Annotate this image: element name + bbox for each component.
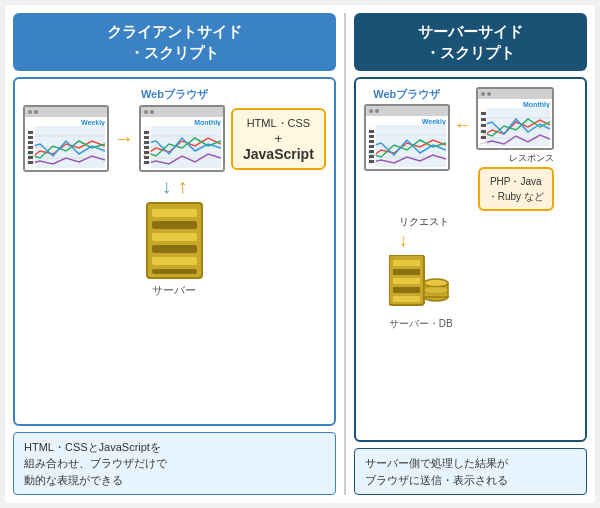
server-monthly-label: Monthly	[480, 101, 550, 108]
server-diagram: Webブラウザ Weekly	[364, 87, 577, 331]
browser-body-1: Weekly	[25, 117, 107, 170]
dot	[28, 110, 32, 114]
svg-rect-36	[369, 130, 374, 133]
svg-rect-58	[393, 296, 420, 302]
arrow-right-icon: →	[114, 127, 134, 150]
server-weekly-label: Weekly	[368, 118, 446, 125]
svg-point-62	[424, 286, 448, 294]
browser-body-2: Monthly	[141, 117, 223, 170]
plus-label: +	[243, 131, 314, 146]
server-icon	[142, 201, 207, 281]
client-inner: Webブラウザ Weekly	[23, 87, 326, 298]
browser-bar-1	[25, 107, 107, 117]
svg-rect-26	[152, 221, 197, 229]
client-note: HTML・CSSとJavaScriptを 組み合わせ、ブラウザだけで 動的な表現…	[13, 432, 336, 496]
dot	[150, 110, 154, 114]
monthly-label: Monthly	[143, 119, 221, 126]
client-content: Webブラウザ Weekly	[13, 77, 336, 426]
weekly-chart	[27, 126, 105, 168]
svg-rect-17	[144, 131, 149, 134]
dot	[144, 110, 148, 114]
browser-body-4: Monthly	[478, 99, 552, 148]
svg-rect-11	[28, 161, 33, 164]
svg-rect-37	[369, 135, 374, 138]
server-weekly-chart	[368, 125, 446, 167]
server-header: サーバーサイド ・スクリプト	[354, 13, 587, 71]
svg-rect-51	[481, 130, 486, 133]
browser-bar-4	[478, 89, 552, 99]
svg-rect-48	[481, 112, 486, 115]
html-css-label: HTML・CSS	[243, 116, 314, 131]
svg-rect-5	[28, 131, 33, 134]
server-note: サーバー側で処理した結果が ブラウザに送信・表示される	[354, 448, 587, 495]
dot	[34, 110, 38, 114]
arrow-down-orange-icon: ↓	[399, 230, 408, 251]
request-arrow-col: ←	[454, 115, 472, 136]
svg-rect-27	[152, 233, 197, 241]
divider	[344, 13, 346, 495]
server-right-col: Monthly	[476, 87, 554, 211]
arrows-container: ↓ ↑	[161, 175, 187, 198]
svg-rect-28	[152, 245, 197, 253]
svg-rect-18	[144, 136, 149, 139]
svg-rect-42	[369, 160, 374, 163]
svg-rect-19	[144, 141, 149, 144]
svg-rect-41	[369, 155, 374, 158]
server-db-label: サーバー・DB	[389, 317, 453, 331]
svg-rect-8	[28, 146, 33, 149]
server-note-text: サーバー側で処理した結果が ブラウザに送信・表示される	[365, 457, 508, 486]
svg-rect-23	[144, 161, 149, 164]
server-top-row: Webブラウザ Weekly	[364, 87, 577, 211]
monthly-browser: Monthly	[139, 105, 225, 172]
client-note-text: HTML・CSSとJavaScriptを 組み合わせ、ブラウザだけで 動的な表現…	[24, 441, 167, 486]
dot	[487, 92, 491, 96]
svg-rect-10	[28, 156, 33, 159]
server-weekly-browser: Weekly	[364, 104, 450, 171]
js-label: JavaScript	[243, 146, 314, 162]
svg-rect-22	[144, 156, 149, 159]
php-label: PHP・Java ・Ruby など	[488, 176, 544, 202]
server-panel: サーバーサイド ・スクリプト Webブラウザ	[354, 13, 587, 495]
request-label: リクエスト	[399, 215, 449, 229]
browser-body-3: Weekly	[366, 116, 448, 169]
svg-rect-49	[481, 118, 486, 121]
dot	[375, 109, 379, 113]
server-section: サーバー	[142, 201, 207, 298]
weekly-browser: Weekly	[23, 105, 109, 172]
svg-rect-54	[393, 260, 420, 266]
arrow-down-icon: ↓	[161, 175, 171, 198]
client-browser-label: Webブラウザ	[141, 87, 208, 102]
server-db-icon	[389, 255, 449, 315]
svg-rect-56	[393, 278, 420, 284]
browser-bar-2	[141, 107, 223, 117]
php-box: PHP・Java ・Ruby など	[478, 167, 554, 211]
svg-rect-52	[481, 136, 486, 139]
svg-rect-39	[369, 145, 374, 148]
svg-rect-6	[28, 136, 33, 139]
server-monthly-browser: Monthly	[476, 87, 554, 150]
svg-rect-21	[144, 151, 149, 154]
server-monthly-chart	[480, 108, 550, 146]
dot	[481, 92, 485, 96]
server-label: サーバー	[152, 283, 196, 298]
main-container: クライアントサイド ・スクリプト Webブラウザ	[5, 5, 595, 503]
svg-rect-40	[369, 150, 374, 153]
server-browser-label: Webブラウザ	[373, 87, 440, 102]
client-panel: クライアントサイド ・スクリプト Webブラウザ	[13, 13, 336, 495]
svg-rect-7	[28, 141, 33, 144]
svg-rect-50	[481, 124, 486, 127]
browser-bar-3	[366, 106, 448, 116]
weekly-label: Weekly	[27, 119, 105, 126]
svg-rect-38	[369, 140, 374, 143]
svg-rect-29	[152, 257, 197, 265]
svg-rect-57	[393, 287, 420, 293]
js-box: HTML・CSS + JavaScript	[231, 108, 326, 170]
svg-rect-20	[144, 146, 149, 149]
server-content: Webブラウザ Weekly	[354, 77, 587, 442]
svg-rect-25	[152, 209, 197, 217]
server-title: サーバーサイド ・スクリプト	[418, 23, 523, 61]
db-section: サーバー・DB	[364, 255, 577, 331]
svg-rect-30	[152, 269, 197, 274]
svg-rect-9	[28, 151, 33, 154]
client-title: クライアントサイド ・スクリプト	[107, 23, 242, 61]
